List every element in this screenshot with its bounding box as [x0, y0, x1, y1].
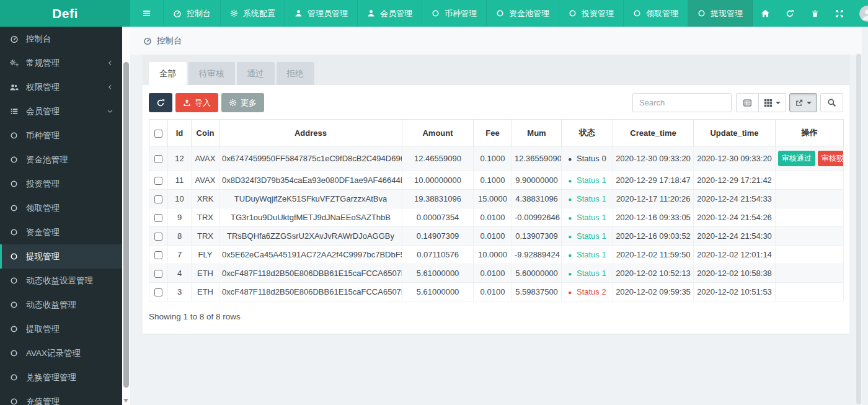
cell-id: 12: [168, 146, 192, 171]
sidebar-item[interactable]: 动态收益设置管理: [0, 269, 122, 293]
export-button[interactable]: [789, 93, 817, 112]
search-input[interactable]: [632, 93, 732, 112]
select-all-checkbox[interactable]: [154, 130, 162, 138]
sidebar-item[interactable]: 充值管理: [0, 389, 122, 405]
refresh-button[interactable]: [149, 93, 172, 112]
cell-status: ● Status 0: [562, 146, 613, 171]
sidebar-item-label: 提现管理: [26, 251, 60, 262]
row-checkbox[interactable]: [154, 155, 162, 163]
sidebar-toggle-button[interactable]: [130, 0, 164, 27]
gear-icon: [230, 9, 238, 17]
tab-item[interactable]: 拒绝: [277, 62, 314, 85]
cell-update-time: 2020-12-24 21:54:33: [694, 190, 776, 208]
status-dot-icon: ●: [568, 156, 572, 162]
sidebar-item-label: 动态收益设置管理: [26, 275, 93, 287]
sidebar: 控制台常规管理权限管理会员管理币种管理资金池管理投资管理领取管理资金管理提现管理…: [0, 27, 130, 405]
status-label: Status 1: [574, 194, 606, 203]
import-button[interactable]: 导入: [175, 93, 218, 112]
table-search-button[interactable]: [820, 93, 843, 112]
column-header: Coin: [192, 120, 219, 146]
home-icon: [761, 9, 770, 18]
sidebar-item[interactable]: 领取管理: [0, 196, 122, 220]
row-select-cell: [149, 190, 168, 208]
brand-logo[interactable]: Defi: [0, 0, 130, 27]
row-checkbox[interactable]: [154, 177, 162, 185]
row-checkbox[interactable]: [154, 195, 162, 203]
row-checkbox[interactable]: [154, 214, 162, 222]
user-menu[interactable]: Admin: [852, 0, 868, 27]
topnav-item[interactable]: 投资管理: [559, 0, 624, 27]
sidebar-item-label: 投资管理: [26, 179, 60, 190]
trash-button[interactable]: [802, 0, 827, 27]
cell-fee: 0.0100: [474, 227, 512, 246]
detail-view-button[interactable]: [736, 93, 759, 112]
cell-address: TUDuyWqjifZeK51SFkuVFZTGarzzxAtBva: [219, 190, 402, 208]
topnav-item[interactable]: 会员管理: [358, 0, 422, 27]
cell-create-time: 2020-12-16 09:33:05: [613, 208, 694, 227]
row-checkbox[interactable]: [154, 270, 162, 278]
sidebar-item[interactable]: 会员管理: [0, 99, 122, 123]
sidebar-item[interactable]: 投资管理: [0, 172, 122, 196]
topnav-item-label: 资金池管理: [509, 8, 549, 19]
cell-address: 0xcF487F118d2B50E806DBB61E15caFCCA6507B7…: [219, 283, 402, 301]
circle-icon: [10, 252, 18, 260]
sidebar-item[interactable]: 兑换管理管理: [0, 365, 122, 389]
home-button[interactable]: [753, 0, 777, 27]
sidebar-item[interactable]: 权限管理: [0, 75, 122, 99]
sidebar-item[interactable]: 提现管理: [0, 244, 122, 269]
sidebar-item[interactable]: AVAX记录管理: [0, 341, 122, 365]
columns-button[interactable]: [759, 93, 786, 112]
topnav-item[interactable]: 管理员管理: [285, 0, 358, 27]
sidebar-item[interactable]: 动态收益管理: [0, 293, 122, 317]
cell-create-time: 2020-12-29 17:18:47: [613, 171, 694, 190]
row-checkbox[interactable]: [154, 233, 162, 241]
circle-icon: [496, 9, 504, 17]
tab-active[interactable]: 全部: [149, 62, 187, 85]
refresh-button[interactable]: [777, 0, 802, 27]
topnav-item[interactable]: 系统配置: [221, 0, 285, 27]
sidebar-item[interactable]: 提取管理: [0, 317, 122, 341]
expand-button[interactable]: [827, 0, 852, 27]
sidebar-item[interactable]: 币种管理: [0, 123, 122, 148]
page-scrollbar[interactable]: [856, 53, 862, 405]
scroll-down-arrow-icon[interactable]: [123, 399, 128, 403]
breadcrumb-label[interactable]: 控制台: [157, 35, 182, 47]
topnav-item-label: 投资管理: [582, 8, 614, 19]
cell-coin: AVAX: [192, 146, 219, 171]
more-button[interactable]: 更多: [221, 93, 264, 112]
circle-icon: [569, 9, 577, 17]
sidebar-scrollbar[interactable]: [122, 27, 130, 405]
topnav-item[interactable]: 领取管理: [624, 0, 688, 27]
sidebar-item[interactable]: 控制台: [0, 27, 122, 51]
reject-button[interactable]: 审核驳回: [818, 151, 844, 166]
page-scrollbar-thumb[interactable]: [856, 54, 861, 404]
pagination-info: Showing 1 to 8 of 8 rows: [149, 312, 843, 321]
cell-coin: TRX: [192, 208, 219, 227]
top-navbar: Defi 控制台系统配置管理员管理会员管理币种管理资金池管理投资管理领取管理提现…: [0, 0, 868, 27]
sidebar-item[interactable]: 常规管理: [0, 51, 122, 75]
circle-icon: [10, 277, 18, 285]
tab-item[interactable]: 待审核: [188, 62, 235, 85]
row-select-cell: [149, 208, 168, 227]
topnav-item[interactable]: 币种管理: [422, 0, 487, 27]
approve-button[interactable]: 审核通过: [778, 151, 815, 166]
sidebar-scrollbar-thumb[interactable]: [123, 62, 129, 388]
cell-mum: 5.59837500: [512, 283, 562, 301]
tab-item[interactable]: 通过: [237, 62, 275, 85]
sidebar-item-label: 控制台: [26, 33, 51, 45]
topnav-item[interactable]: 资金池管理: [487, 0, 559, 27]
column-header: Id: [168, 120, 192, 146]
cell-amount: 0.07110576: [402, 246, 474, 264]
sidebar-item[interactable]: 资金池管理: [0, 148, 122, 172]
cell-amount: 5.61000000: [402, 283, 474, 301]
circle-icon: [698, 9, 706, 17]
cell-coin: FLY: [192, 246, 219, 264]
cogs-icon: [9, 59, 19, 67]
row-checkbox[interactable]: [154, 288, 162, 296]
topnav-item[interactable]: 提现管理: [688, 0, 753, 27]
sidebar-item[interactable]: 资金管理: [0, 220, 122, 244]
main-content: 控制台 全部待审核通过拒绝 导入 更: [130, 27, 862, 405]
sidebar-item-label: 币种管理: [26, 130, 60, 141]
topnav-item[interactable]: 控制台: [164, 0, 221, 27]
row-checkbox[interactable]: [154, 251, 162, 259]
